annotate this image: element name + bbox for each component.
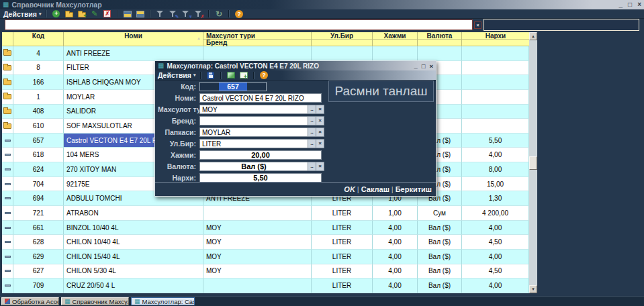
dialog-close-button[interactable]: × <box>429 62 433 70</box>
cell-unit[interactable]: LITER <box>312 206 373 221</box>
cell-unit[interactable] <box>312 46 373 61</box>
ok-button[interactable]: OK <box>344 185 355 193</box>
scroll-up-icon[interactable]: ▲ <box>529 32 537 40</box>
brand-clear-icon[interactable]: × <box>316 116 324 125</box>
expand-groups-icon[interactable] <box>135 9 145 18</box>
cell-price[interactable]: 4,50 <box>462 235 529 250</box>
cell-code[interactable]: 624 <box>13 162 64 177</box>
cell-name[interactable]: ANTI FREEZE <box>64 46 203 61</box>
cell-name[interactable]: ATRABON <box>64 206 203 221</box>
cell-price[interactable]: 4 200,00 <box>462 206 529 221</box>
code-field[interactable]: 657 <box>199 82 267 91</box>
filter-clear-icon[interactable]: ✗ <box>193 9 203 18</box>
cell-code[interactable]: 628 <box>13 235 64 250</box>
саклаш-button[interactable]: Саклаш <box>361 185 389 193</box>
header-unit[interactable]: Ул.Бир <box>312 32 373 46</box>
cell-code[interactable]: 661 <box>13 221 64 236</box>
cell-code[interactable]: 166 <box>13 75 64 90</box>
cell-code[interactable]: 4 <box>13 46 64 61</box>
cell-code[interactable]: 721 <box>13 206 64 221</box>
cell-currency[interactable]: Вал ($) <box>418 250 462 264</box>
delete-icon[interactable]: ✗ <box>102 9 112 18</box>
price-field[interactable] <box>199 173 322 183</box>
cell-volume[interactable]: 4,00 <box>373 221 418 236</box>
cell-code[interactable]: 694 <box>13 191 64 206</box>
cell-price[interactable] <box>462 46 529 61</box>
cell-volume[interactable]: 4,00 <box>373 235 418 250</box>
dialog-actions-menu-button[interactable]: Действия ▾ <box>158 71 195 79</box>
cell-volume[interactable]: 1,00 <box>373 206 418 221</box>
image-icon[interactable] <box>226 71 236 80</box>
dialog-minimize-button[interactable]: _ <box>414 62 417 70</box>
cell-currency[interactable]: Вал ($) <box>418 221 462 236</box>
minimize-button[interactable]: _ <box>619 1 623 9</box>
actions-menu-button[interactable]: Действия ▾ <box>3 10 41 18</box>
cell-icon[interactable] <box>2 61 13 76</box>
unit-clear-icon[interactable]: × <box>316 139 324 148</box>
cell-icon[interactable] <box>2 134 13 148</box>
cell-icon[interactable] <box>2 250 13 264</box>
cell-unit[interactable]: LITER <box>312 221 373 236</box>
taskbar-item[interactable]: ▦Справочник Махсулотл.. <box>61 297 129 305</box>
cell-volume[interactable]: 4,00 <box>373 278 418 293</box>
cell-price[interactable]: 4,00 <box>462 221 529 236</box>
cell-icon[interactable] <box>2 105 13 119</box>
cell-price[interactable]: 15,00 <box>462 177 529 192</box>
cell-price[interactable]: 5,50 <box>462 134 529 148</box>
volume-field[interactable] <box>199 150 322 160</box>
cell-type[interactable] <box>203 46 312 61</box>
header-icon-column[interactable] <box>2 32 13 46</box>
беркитиш-button[interactable]: Беркитиш <box>396 185 432 193</box>
currency-clear-icon[interactable]: × <box>316 162 324 171</box>
filter-field-input[interactable] <box>484 19 639 31</box>
header-type-brand[interactable]: Махсулот тури Бренд <box>203 32 312 46</box>
copy-folder-icon[interactable]: + <box>77 9 87 18</box>
table-row[interactable]: 629CHILON 15/40 4LMOYLITER4,00Вал ($)4,0… <box>2 250 537 264</box>
unit-lookup-button[interactable]: .. <box>308 139 316 148</box>
cell-volume[interactable]: 4,00 <box>373 264 418 279</box>
cell-price[interactable]: 4,50 <box>462 264 529 279</box>
table-row[interactable]: 709CRUZ 20/50 4 LLITER4,00Вал ($)4,00 <box>2 278 537 293</box>
cell-name[interactable]: CRUZ 20/50 4 L <box>64 278 203 293</box>
cell-code[interactable]: 1 <box>13 90 64 105</box>
cell-icon[interactable] <box>2 235 13 250</box>
cell-icon[interactable] <box>2 90 13 105</box>
cell-price[interactable]: 8,00 <box>462 162 529 177</box>
cell-code[interactable]: 704 <box>13 177 64 192</box>
cell-name[interactable]: CHILON 10/40 4L <box>64 235 203 250</box>
cell-code[interactable]: 618 <box>13 148 64 162</box>
cell-icon[interactable] <box>2 206 13 221</box>
collapse-groups-icon[interactable] <box>122 9 132 18</box>
cell-code[interactable]: 629 <box>13 250 64 264</box>
cell-icon[interactable] <box>2 148 13 162</box>
cell-icon[interactable] <box>2 278 13 293</box>
table-row[interactable]: 721ATRABONLITER1,00Сум4 200,00 <box>2 206 537 221</box>
filter-icon[interactable] <box>155 9 165 18</box>
filter-dropdown-icon[interactable]: ▾ <box>181 9 191 18</box>
cell-price[interactable] <box>462 119 529 134</box>
cell-volume[interactable]: 4,00 <box>373 250 418 264</box>
type-field[interactable] <box>199 105 308 114</box>
add-icon[interactable]: + <box>51 9 61 18</box>
currency-field[interactable] <box>199 162 308 171</box>
type-clear-icon[interactable]: × <box>316 105 324 114</box>
clear-search-icon[interactable]: × <box>474 21 481 29</box>
cell-currency[interactable]: Вал ($) <box>418 235 462 250</box>
filter-edit-icon[interactable]: ✎ <box>168 9 178 18</box>
header-volume[interactable]: Хажми <box>373 32 418 46</box>
cell-price[interactable]: 4,00 <box>462 278 529 293</box>
cell-price[interactable]: 4,00 <box>462 148 529 162</box>
restore-button[interactable]: □ <box>628 1 632 9</box>
cell-icon[interactable] <box>2 177 13 192</box>
refresh-icon[interactable]: ↻ <box>214 9 224 18</box>
cell-unit[interactable]: LITER <box>312 278 373 293</box>
currency-lookup-button[interactable]: .. <box>308 162 316 171</box>
cell-icon[interactable] <box>2 191 13 206</box>
cell-icon[interactable] <box>2 75 13 90</box>
image-add-icon[interactable] <box>238 71 248 80</box>
search-input[interactable] <box>5 19 473 30</box>
brand-lookup-button[interactable]: .. <box>308 116 316 125</box>
cell-currency[interactable] <box>418 46 462 61</box>
cell-unit[interactable]: LITER <box>312 235 373 250</box>
dialog-restore-button[interactable]: □ <box>422 62 426 70</box>
